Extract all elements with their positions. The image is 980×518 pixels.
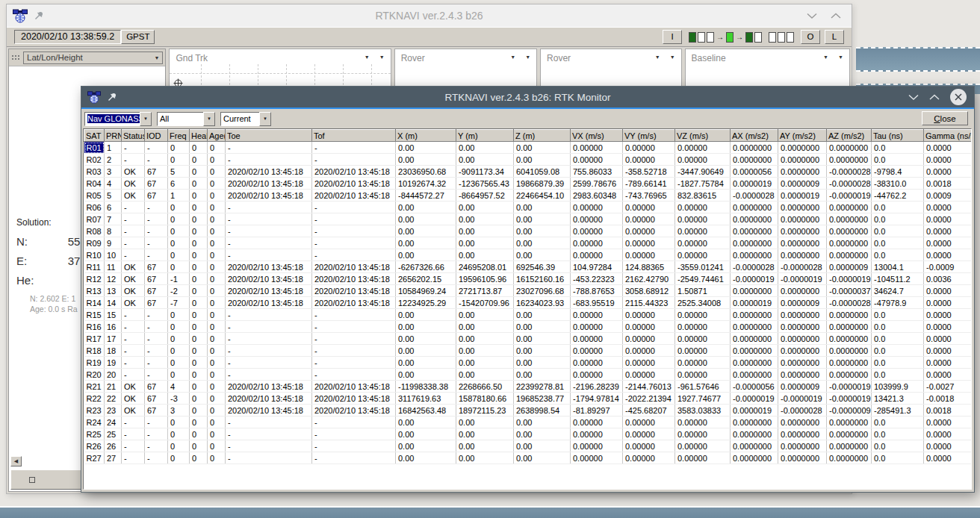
table-cell[interactable]: 2525.34008 bbox=[675, 297, 731, 309]
column-header[interactable]: Z (m) bbox=[514, 130, 571, 142]
table-cell[interactable]: - bbox=[312, 213, 396, 225]
table-cell[interactable]: 0.00000 bbox=[675, 142, 731, 154]
table-cell[interactable]: 0.00 bbox=[456, 202, 514, 213]
table-cell[interactable]: 0.0000 bbox=[924, 416, 973, 428]
table-cell[interactable]: 0.00 bbox=[514, 357, 571, 369]
table-cell[interactable]: 0.00 bbox=[396, 452, 456, 464]
table-cell[interactable]: 0.0000 bbox=[924, 345, 973, 357]
table-cell[interactable]: 0.00 bbox=[456, 321, 514, 333]
table-cell[interactable]: 0.00000 bbox=[623, 249, 675, 261]
table-cell[interactable]: 0.00000 bbox=[571, 369, 623, 381]
table-cell[interactable]: 0.00000 bbox=[623, 154, 675, 166]
column-header[interactable]: AZ (m/s2) bbox=[827, 130, 872, 142]
table-cell[interactable]: 0.00000 bbox=[675, 202, 731, 213]
column-header[interactable]: X (m) bbox=[396, 130, 456, 142]
monitor-titlebar[interactable]: RTKNAVI ver.2.4.3 b26: RTK Monitor bbox=[81, 87, 974, 107]
table-cell[interactable]: 0 bbox=[190, 166, 208, 178]
table-cell[interactable]: - bbox=[145, 440, 168, 452]
nav-table-container[interactable]: SATPRNStatusIODFreqHealthAge(days)ToeTof… bbox=[83, 128, 972, 490]
table-cell[interactable]: - bbox=[312, 416, 396, 428]
table-cell[interactable]: 0.0000000 bbox=[778, 357, 827, 369]
table-cell[interactable]: 0 bbox=[168, 428, 190, 440]
table-cell[interactable]: 0.00 bbox=[396, 213, 456, 225]
table-cell[interactable]: 2268666.50 bbox=[456, 381, 514, 393]
table-cell[interactable]: 9 bbox=[105, 237, 122, 249]
table-cell[interactable]: 27 bbox=[105, 452, 122, 464]
table-cell[interactable]: 0.00000 bbox=[623, 428, 675, 440]
chevron-down-icon[interactable]: ▼ bbox=[140, 112, 152, 126]
table-cell[interactable]: 0 bbox=[168, 416, 190, 428]
column-header[interactable]: Toe bbox=[226, 130, 312, 142]
table-cell[interactable]: 2 bbox=[105, 154, 122, 166]
table-cell[interactable]: 24 bbox=[105, 416, 122, 428]
table-cell[interactable]: 17 bbox=[105, 333, 122, 345]
table-cell[interactable]: 0.0000000 bbox=[731, 225, 778, 237]
table-cell[interactable]: 7 bbox=[105, 213, 122, 225]
table-cell[interactable]: 3058.68912 bbox=[623, 285, 675, 297]
table-cell[interactable]: - bbox=[145, 225, 168, 237]
table-cell[interactable]: -0.0000028 bbox=[778, 261, 827, 273]
sat-cell[interactable]: R20 bbox=[84, 369, 105, 381]
column-header[interactable]: Y (m) bbox=[456, 130, 514, 142]
table-cell[interactable]: 0.0000 bbox=[924, 237, 973, 249]
table-cell[interactable]: 0.0000000 bbox=[778, 416, 827, 428]
minimize-button[interactable] bbox=[807, 13, 817, 19]
table-cell[interactable]: 103999.9 bbox=[872, 381, 924, 393]
table-cell[interactable]: 0.00 bbox=[456, 452, 514, 464]
table-cell[interactable]: 0.00000 bbox=[571, 452, 623, 464]
table-cell[interactable]: 2020/02/10 13:45:18 bbox=[226, 297, 312, 309]
table-cell[interactable]: 0 bbox=[208, 333, 226, 345]
table-cell[interactable]: 0 bbox=[190, 297, 208, 309]
table-cell[interactable]: 2983.60348 bbox=[571, 190, 623, 202]
table-cell[interactable]: - bbox=[312, 452, 396, 464]
chevron-down-icon[interactable]: ▼ bbox=[365, 54, 370, 60]
table-cell[interactable]: 0.0000000 bbox=[731, 142, 778, 154]
table-cell[interactable]: 0.0000000 bbox=[778, 345, 827, 357]
table-cell[interactable]: 0.0018 bbox=[924, 405, 973, 416]
table-cell[interactable]: 0.0000000 bbox=[731, 440, 778, 452]
table-cell[interactable]: 0.0 bbox=[872, 440, 924, 452]
table-cell[interactable]: - bbox=[312, 309, 396, 321]
table-cell[interactable]: OK bbox=[122, 297, 145, 309]
table-cell[interactable]: 104.97284 bbox=[571, 261, 623, 273]
table-cell[interactable]: 67 bbox=[145, 405, 168, 416]
table-cell[interactable]: 0.0 bbox=[872, 202, 924, 213]
table-cell[interactable]: 0 bbox=[168, 440, 190, 452]
table-cell[interactable]: - bbox=[145, 309, 168, 321]
table-cell[interactable]: 0.00000 bbox=[675, 321, 731, 333]
table-cell[interactable]: 0.0 bbox=[872, 428, 924, 440]
table-cell[interactable]: 0.0000019 bbox=[731, 297, 778, 309]
table-cell[interactable]: -961.57646 bbox=[675, 381, 731, 393]
table-cell[interactable]: 4 bbox=[105, 178, 122, 190]
table-cell[interactable]: 0.0000019 bbox=[731, 178, 778, 190]
table-cell[interactable]: 0.00 bbox=[514, 333, 571, 345]
sat-cell[interactable]: R19 bbox=[84, 357, 105, 369]
table-cell[interactable]: 0.0 bbox=[872, 249, 924, 261]
table-cell[interactable]: 0 bbox=[190, 178, 208, 190]
table-cell[interactable]: - bbox=[145, 237, 168, 249]
table-cell[interactable]: 0.0000000 bbox=[778, 321, 827, 333]
table-cell[interactable]: - bbox=[226, 225, 312, 237]
table-cell[interactable]: 0.00000 bbox=[571, 321, 623, 333]
table-cell[interactable]: - bbox=[312, 428, 396, 440]
table-cell[interactable]: 3 bbox=[168, 405, 190, 416]
table-cell[interactable]: - bbox=[122, 452, 145, 464]
table-cell[interactable]: 0.00000 bbox=[675, 225, 731, 237]
table-cell[interactable]: - bbox=[145, 428, 168, 440]
table-cell[interactable]: 0.0000000 bbox=[778, 428, 827, 440]
table-cell[interactable]: 0 bbox=[208, 178, 226, 190]
table-cell[interactable]: 0 bbox=[190, 285, 208, 297]
table-cell[interactable]: OK bbox=[122, 178, 145, 190]
table-cell[interactable]: -2549.74461 bbox=[675, 273, 731, 285]
table-cell[interactable]: 0.00 bbox=[396, 202, 456, 213]
table-cell[interactable]: 10 bbox=[105, 249, 122, 261]
table-cell[interactable]: 0.00 bbox=[396, 237, 456, 249]
sat-cell[interactable]: R27 bbox=[84, 452, 105, 464]
table-cell[interactable]: -0.0000028 bbox=[827, 297, 872, 309]
table-cell[interactable]: 0.0000000 bbox=[731, 357, 778, 369]
table-cell[interactable]: 0 bbox=[190, 405, 208, 416]
table-cell[interactable]: 2020/02/10 13:45:18 bbox=[226, 190, 312, 202]
table-cell[interactable]: 0.00 bbox=[396, 154, 456, 166]
table-cell[interactable]: 15878180.66 bbox=[456, 393, 514, 405]
satellite-filter-dropdown[interactable]: All ▼ bbox=[157, 112, 215, 126]
